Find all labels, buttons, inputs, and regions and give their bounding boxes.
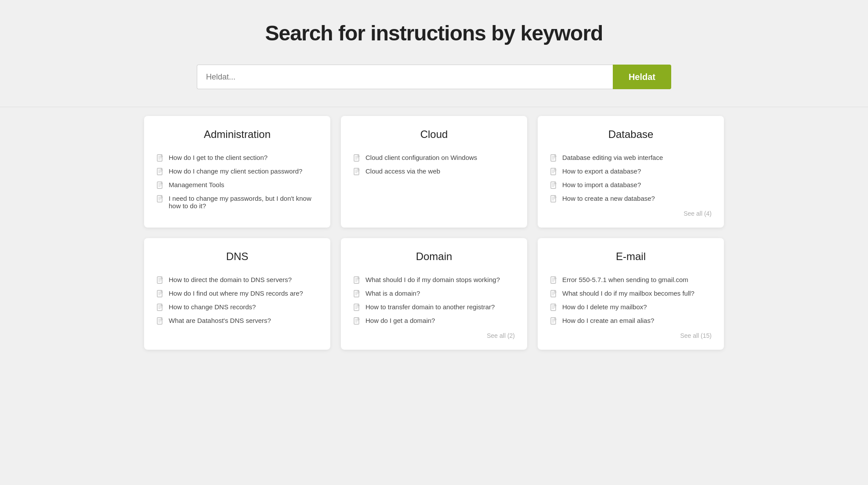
document-icon: [156, 168, 164, 176]
document-icon: [156, 195, 164, 203]
list-item[interactable]: How do I get a domain?: [353, 314, 515, 328]
document-icon: [550, 195, 558, 203]
page-title: Search for instructions by keyword: [9, 21, 859, 45]
list-item-text: Cloud access via the web: [365, 167, 440, 175]
list-item[interactable]: How do I delete my mailbox?: [550, 300, 712, 314]
see-all-email[interactable]: See all (15): [550, 332, 712, 339]
list-item[interactable]: How to transfer domain to another regist…: [353, 300, 515, 314]
list-item-text: What are Datahost's DNS servers?: [169, 317, 271, 324]
card-title-dns: DNS: [156, 250, 318, 264]
search-input[interactable]: [197, 65, 613, 89]
list-item[interactable]: How do I change my client section passwo…: [156, 165, 318, 178]
card-dns: DNS How to direct the domain to DNS serv…: [144, 238, 330, 350]
list-item[interactable]: How to create a new database?: [550, 192, 712, 206]
list-item-text: How do I find out where my DNS records a…: [169, 290, 303, 297]
list-item[interactable]: Cloud client configuration on Windows: [353, 151, 515, 165]
document-icon: [353, 317, 361, 325]
list-item-text: How to change DNS records?: [169, 303, 256, 311]
card-title-database: Database: [550, 128, 712, 142]
search-button[interactable]: Heldat: [613, 65, 671, 89]
list-item[interactable]: How do I create an email alias?: [550, 314, 712, 328]
list-item-text: What should I do if my domain stops work…: [365, 276, 500, 283]
card-title-domain: Domain: [353, 250, 515, 264]
card-items-administration: How do I get to the client section? How …: [156, 151, 318, 212]
card-items-database: Database editing via web interface How t…: [550, 151, 712, 206]
list-item-text: What is a domain?: [365, 290, 420, 297]
document-icon: [353, 168, 361, 176]
card-items-domain: What should I do if my domain stops work…: [353, 273, 515, 328]
list-item-text: How do I change my client section passwo…: [169, 167, 302, 175]
list-item[interactable]: What should I do if my domain stops work…: [353, 273, 515, 287]
document-icon: [156, 304, 164, 311]
document-icon: [353, 276, 361, 284]
list-item-text: How do I get a domain?: [365, 317, 435, 324]
section-divider: [0, 107, 868, 107]
list-item[interactable]: Management Tools: [156, 178, 318, 192]
document-icon: [353, 154, 361, 162]
search-section: Heldat: [188, 65, 680, 89]
list-item-text: Cloud client configuration on Windows: [365, 154, 477, 161]
list-item-text: Database editing via web interface: [562, 154, 663, 161]
list-item[interactable]: Error 550-5.7.1 when sending to gmail.co…: [550, 273, 712, 287]
see-all-database[interactable]: See all (4): [550, 210, 712, 217]
list-item-text: Management Tools: [169, 181, 224, 188]
document-icon: [550, 304, 558, 311]
document-icon: [550, 290, 558, 298]
document-icon: [156, 154, 164, 162]
document-icon: [353, 304, 361, 311]
document-icon: [550, 276, 558, 284]
list-item-text: How do I create an email alias?: [562, 317, 654, 324]
document-icon: [550, 181, 558, 189]
list-item-text: How do I get to the client section?: [169, 154, 268, 161]
document-icon: [156, 290, 164, 298]
card-items-cloud: Cloud client configuration on Windows Cl…: [353, 151, 515, 178]
card-database: Database Database editing via web interf…: [538, 116, 724, 228]
card-administration: Administration How do I get to the clien…: [144, 116, 330, 228]
list-item[interactable]: How to change DNS records?: [156, 300, 318, 314]
list-item[interactable]: How to import a database?: [550, 178, 712, 192]
document-icon: [156, 276, 164, 284]
list-item[interactable]: Cloud access via the web: [353, 165, 515, 178]
list-item[interactable]: How to export a database?: [550, 165, 712, 178]
card-title-cloud: Cloud: [353, 128, 515, 142]
document-icon: [550, 317, 558, 325]
list-item[interactable]: I need to change my passwords, but I don…: [156, 192, 318, 212]
document-icon: [550, 154, 558, 162]
card-title-administration: Administration: [156, 128, 318, 142]
document-icon: [353, 290, 361, 298]
list-item-text: Error 550-5.7.1 when sending to gmail.co…: [562, 276, 688, 283]
document-icon: [550, 168, 558, 176]
document-icon: [156, 181, 164, 189]
list-item[interactable]: What is a domain?: [353, 287, 515, 300]
list-item[interactable]: How do I get to the client section?: [156, 151, 318, 165]
card-items-dns: How to direct the domain to DNS servers?…: [156, 273, 318, 328]
list-item[interactable]: What are Datahost's DNS servers?: [156, 314, 318, 328]
list-item-text: How to export a database?: [562, 167, 641, 175]
card-email: E-mail Error 550-5.7.1 when sending to g…: [538, 238, 724, 350]
list-item[interactable]: How do I find out where my DNS records a…: [156, 287, 318, 300]
cards-grid: Administration How do I get to the clien…: [127, 116, 741, 367]
list-item[interactable]: What should I do if my mailbox becomes f…: [550, 287, 712, 300]
list-item[interactable]: Database editing via web interface: [550, 151, 712, 165]
list-item-text: How to create a new database?: [562, 195, 655, 202]
card-cloud: Cloud Cloud client configuration on Wind…: [341, 116, 527, 228]
list-item-text: How to direct the domain to DNS servers?: [169, 276, 292, 283]
list-item-text: How to import a database?: [562, 181, 641, 188]
card-domain: Domain What should I do if my domain sto…: [341, 238, 527, 350]
list-item-text: What should I do if my mailbox becomes f…: [562, 290, 694, 297]
list-item[interactable]: How to direct the domain to DNS servers?: [156, 273, 318, 287]
list-item-text: I need to change my passwords, but I don…: [169, 195, 318, 210]
list-item-text: How do I delete my mailbox?: [562, 303, 647, 311]
document-icon: [156, 317, 164, 325]
see-all-domain[interactable]: See all (2): [353, 332, 515, 339]
card-title-email: E-mail: [550, 250, 712, 264]
list-item-text: How to transfer domain to another regist…: [365, 303, 495, 311]
card-items-email: Error 550-5.7.1 when sending to gmail.co…: [550, 273, 712, 328]
